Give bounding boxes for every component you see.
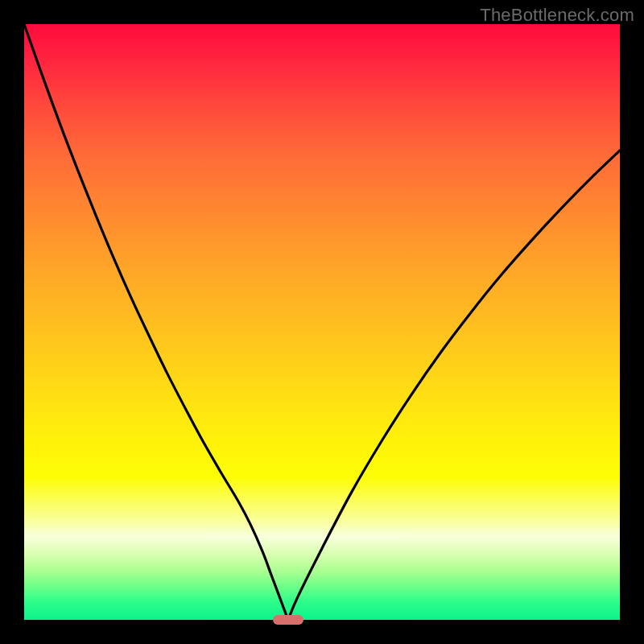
curve-right-branch [288,151,620,620]
bottleneck-marker [273,615,303,625]
bottleneck-curve [24,24,620,620]
watermark-text: TheBottleneck.com [480,5,634,26]
plot-area [24,24,620,620]
chart-container: TheBottleneck.com [0,0,644,644]
curve-left-branch [24,24,288,620]
